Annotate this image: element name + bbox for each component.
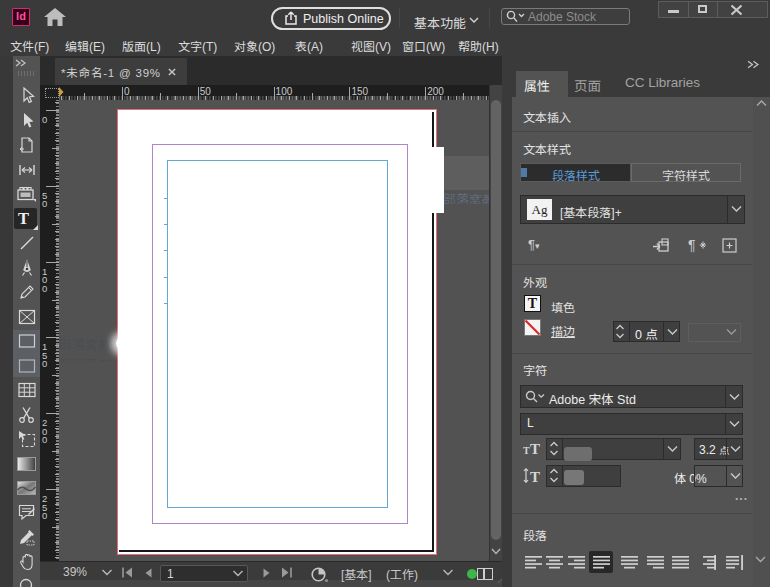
svg-text:T: T [523, 445, 530, 456]
svg-text:¶: ¶ [688, 238, 696, 253]
svg-text:T: T [530, 469, 540, 484]
svg-text:T: T [530, 441, 540, 456]
